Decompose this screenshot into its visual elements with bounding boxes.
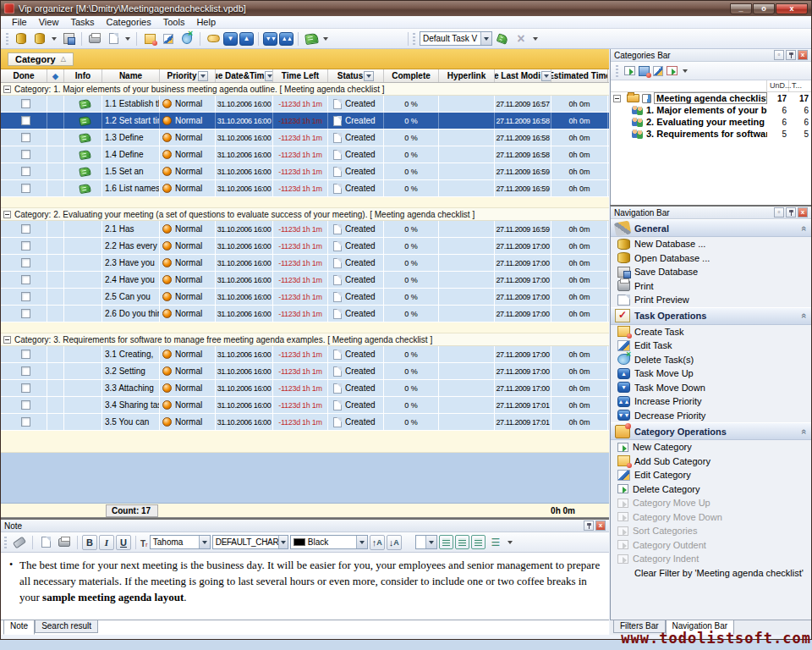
char-style-combo[interactable]: DEFAULT_CHAR bbox=[212, 535, 288, 549]
nav-item-edit-category[interactable]: Edit Category bbox=[611, 468, 811, 482]
navigation-close-icon[interactable]: x bbox=[798, 207, 808, 218]
column-header-estimated-time[interactable]: Estimated Time bbox=[551, 69, 608, 82]
category-group-header[interactable]: Category: 2. Evaluating your meeting (a … bbox=[1, 208, 609, 221]
section-header-task-operations[interactable]: Task Operations« bbox=[611, 307, 811, 325]
task-row[interactable]: 3.4 Sharing tasksNormal31.10.2006 16:00-… bbox=[1, 397, 609, 414]
done-checkbox[interactable] bbox=[21, 309, 30, 318]
categories-dock-icon[interactable]: ▫ bbox=[774, 50, 784, 60]
font-combo[interactable]: Tahoma bbox=[150, 535, 211, 549]
notes-icon[interactable] bbox=[303, 30, 320, 47]
save-database-icon[interactable] bbox=[60, 30, 77, 47]
task-row[interactable]: 2.2 Has everyNormal31.10.2006 16:00-1123… bbox=[1, 238, 609, 255]
done-checkbox[interactable] bbox=[21, 241, 30, 251]
task-row[interactable]: 3.1 Creating,Normal31.10.2006 16:00-1123… bbox=[1, 346, 609, 363]
menu-categories[interactable]: Categories bbox=[101, 17, 157, 27]
done-checkbox[interactable] bbox=[21, 400, 30, 410]
group-by-chip-category[interactable]: Category △ bbox=[8, 52, 74, 66]
print-icon[interactable] bbox=[86, 30, 103, 47]
done-checkbox[interactable] bbox=[21, 99, 30, 108]
eraser-icon[interactable] bbox=[11, 534, 28, 551]
tab-search-result[interactable]: Search result bbox=[35, 620, 98, 633]
delete-task-icon[interactable] bbox=[178, 30, 195, 47]
column-header-name[interactable]: Name bbox=[102, 69, 160, 82]
categories-toolbar-dropdown-icon[interactable] bbox=[683, 69, 688, 73]
menu-view[interactable]: View bbox=[33, 17, 65, 27]
grow-font-button[interactable]: ↑ bbox=[370, 535, 385, 550]
font-color-combo[interactable]: Black bbox=[290, 535, 368, 549]
nav-item-add-sub-category[interactable]: Add Sub Category bbox=[611, 454, 811, 469]
pin-icon[interactable] bbox=[584, 521, 594, 531]
task-view-combo[interactable]: Default Task V bbox=[420, 31, 492, 46]
column-header-status[interactable]: Status bbox=[328, 69, 384, 82]
notes-dropdown-icon[interactable] bbox=[323, 37, 328, 41]
nav-item-delete-task-s[interactable]: Delete Task(s) bbox=[611, 353, 811, 367]
filter-dropdown-icon[interactable] bbox=[265, 71, 273, 81]
italic-button[interactable] bbox=[99, 535, 114, 550]
increase-priority-icon[interactable]: ▲▲ bbox=[279, 32, 294, 46]
nav-item-delete-category[interactable]: Delete Category bbox=[611, 482, 811, 497]
done-checkbox[interactable] bbox=[21, 224, 30, 234]
new-category-icon[interactable] bbox=[624, 66, 635, 75]
done-checkbox[interactable] bbox=[21, 116, 30, 125]
task-row[interactable]: 2.3 Have youNormal31.10.2006 16:00-1123d… bbox=[1, 255, 609, 272]
edit-task-icon[interactable] bbox=[160, 30, 177, 47]
done-checkbox[interactable] bbox=[21, 150, 30, 159]
task-row[interactable]: 3.3 AttachingNormal31.10.2006 16:00-1123… bbox=[1, 380, 609, 397]
menu-help[interactable]: Help bbox=[190, 17, 222, 27]
shrink-font-button[interactable]: ↓ bbox=[387, 535, 402, 550]
view-dropdown-icon[interactable] bbox=[533, 37, 538, 41]
tab-note[interactable]: Note bbox=[3, 620, 35, 635]
filter-dropdown-icon[interactable] bbox=[541, 71, 551, 81]
nav-item-decrease-priority[interactable]: ▼▼Decrease Priority bbox=[611, 409, 811, 423]
collapse-icon[interactable] bbox=[3, 85, 11, 93]
tree-collapse-icon[interactable] bbox=[613, 95, 621, 102]
column-header-hyperlink[interactable]: Hyperlink bbox=[439, 69, 495, 82]
bullet-list-icon[interactable]: ☰ bbox=[487, 534, 504, 551]
nav-item-print-preview[interactable]: Print Preview bbox=[611, 293, 811, 307]
new-database-icon[interactable] bbox=[13, 30, 30, 47]
delete-category-icon[interactable] bbox=[667, 66, 678, 75]
category-group-header[interactable]: Category: 3. Requirements for software t… bbox=[1, 333, 609, 346]
note-print-preview-icon[interactable] bbox=[37, 534, 54, 551]
print-preview-icon[interactable] bbox=[105, 30, 122, 47]
collapse-icon[interactable] bbox=[3, 336, 11, 344]
task-row[interactable]: 1.2 Set start timeNormal31.10.2006 16:00… bbox=[1, 113, 609, 129]
task-row[interactable]: 1.3 DefineNormal31.10.2006 16:00-1123d 1… bbox=[1, 129, 609, 146]
task-row[interactable]: 2.5 Can youNormal31.10.2006 16:00-1123d … bbox=[1, 289, 609, 306]
task-move-down-icon[interactable]: ▼ bbox=[223, 32, 238, 46]
column-header-e-last-modi[interactable]: e Last Modi bbox=[495, 69, 551, 82]
tree-category-row[interactable]: 1. Major elements of your busine66 bbox=[611, 104, 811, 116]
print-dropdown-icon[interactable] bbox=[125, 37, 130, 41]
done-checkbox[interactable] bbox=[21, 184, 30, 193]
done-checkbox[interactable] bbox=[21, 258, 30, 267]
task-view-combo-dropdown-icon[interactable] bbox=[480, 32, 491, 45]
tree-root-row[interactable]: Meeting agenda checklist1717 bbox=[611, 92, 811, 104]
column-header-flag[interactable]: ◆ bbox=[47, 69, 64, 82]
close-button[interactable]: x bbox=[776, 3, 808, 14]
align-center-icon[interactable] bbox=[455, 535, 469, 549]
nav-item-save-database[interactable]: Save Database bbox=[611, 265, 811, 279]
nav-item-increase-priority[interactable]: ▲▲Increase Priority bbox=[611, 394, 811, 409]
column-header-ue-date-tim[interactable]: ue Date&Tim bbox=[216, 69, 273, 82]
note-toolbar-dropdown-icon[interactable] bbox=[508, 541, 513, 544]
nav-item-open-database[interactable]: Open Database ... bbox=[611, 251, 811, 266]
categories-close-icon[interactable]: x bbox=[798, 50, 808, 60]
nav-item-task-move-up[interactable]: ▲Task Move Up bbox=[611, 366, 811, 381]
task-row[interactable]: 1.4 DefineNormal31.10.2006 16:00-1123d 1… bbox=[1, 146, 609, 163]
open-database-dropdown-icon[interactable] bbox=[52, 37, 57, 41]
filter-dropdown-icon[interactable] bbox=[364, 71, 374, 81]
nav-item-edit-task[interactable]: Edit Task bbox=[611, 339, 811, 353]
tree-category-row[interactable]: 2. Evaluating your meeting (a se66 bbox=[611, 116, 811, 128]
tree-category-row[interactable]: 3. Requirements for software to r55 bbox=[611, 128, 811, 140]
menu-file[interactable]: File bbox=[6, 17, 33, 27]
column-header-priority[interactable]: Priority bbox=[160, 69, 216, 82]
nav-item-print[interactable]: Print bbox=[611, 279, 811, 294]
task-row[interactable]: 2.6 Do you thinkNormal31.10.2006 16:00-1… bbox=[1, 306, 609, 322]
collapse-icon[interactable] bbox=[3, 211, 11, 218]
task-move-up-icon[interactable]: ▲ bbox=[239, 32, 254, 46]
section-header-category-operations[interactable]: Category Operations« bbox=[611, 422, 811, 440]
underline-button[interactable] bbox=[116, 535, 131, 550]
collapse-chevron-icon[interactable]: « bbox=[799, 225, 809, 230]
nav-item-new-database[interactable]: New Database ... bbox=[611, 237, 811, 251]
note-close-icon[interactable]: x bbox=[595, 521, 606, 531]
